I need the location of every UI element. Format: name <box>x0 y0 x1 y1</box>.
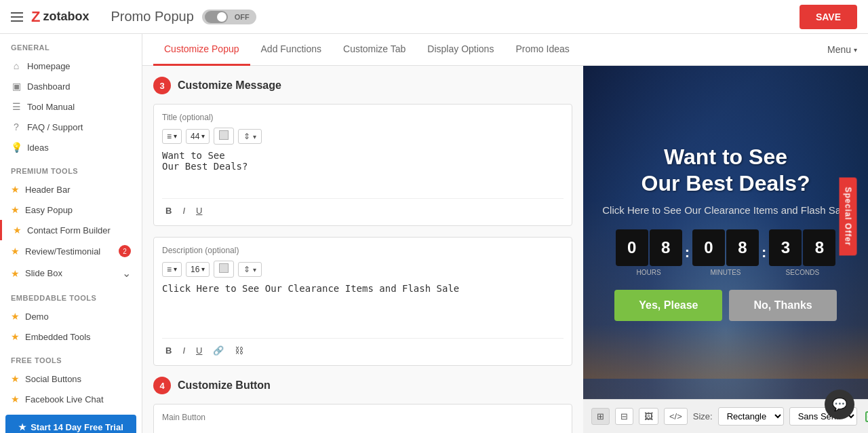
tab-display-options[interactable]: Display Options <box>416 34 505 66</box>
star-icon: ★ <box>18 422 26 432</box>
countdown-digit: 3 <box>769 229 802 266</box>
sidebar-item-label: Homepage <box>27 61 71 71</box>
hamburger-menu[interactable] <box>11 12 23 22</box>
split-panel: 3 Customize Message Title (optional) ≡ ▾… <box>142 66 868 433</box>
sidebar-item-label: Contact Form Builder <box>27 225 111 236</box>
toggle-track <box>205 11 228 23</box>
bold-button[interactable]: B <box>162 204 175 217</box>
toggle-thumb <box>217 12 226 22</box>
sidebar-free-label: FREE TOOLS <box>0 347 142 369</box>
star-icon: ★ <box>11 184 20 195</box>
title-font-color-btn[interactable] <box>214 128 234 145</box>
line-spacing-icon: ⇕ <box>243 265 250 274</box>
faq-icon: ? <box>11 121 22 132</box>
save-button[interactable]: SAVE <box>800 5 857 29</box>
sidebar-cta-area: ★ Start 14 Day Free Trial ★ See Pricing … <box>0 409 142 433</box>
title-format-row: B I U <box>162 198 564 217</box>
sidebar-item-label: Slide Box <box>25 268 62 278</box>
sidebar-item-label: Facebook Live Chat <box>25 394 104 404</box>
yes-please-button[interactable]: Yes, Please <box>614 290 722 321</box>
desc-font-color-btn[interactable] <box>214 261 234 278</box>
ideas-icon: 💡 <box>11 142 22 153</box>
code-view-button[interactable]: </> <box>664 408 688 425</box>
link-button[interactable]: 🔗 <box>210 344 227 357</box>
special-offer-tab[interactable]: Special Offer <box>839 177 856 255</box>
desc-line-spacing-btn[interactable]: ⇕ ▾ <box>238 262 261 277</box>
sidebar-item-easy-popup[interactable]: ★ Easy Popup <box>0 200 142 220</box>
italic-button[interactable]: I <box>179 344 189 357</box>
sidebar-item-label: Embedded Tools <box>25 332 91 342</box>
sidebar-item-embedded-tools[interactable]: ★ Embedded Tools <box>0 326 142 347</box>
section3-header: 3 Customize Message <box>153 77 572 94</box>
chevron-down-icon: ▾ <box>201 265 205 273</box>
tab-customize-popup[interactable]: Customize Popup <box>153 34 250 66</box>
chevron-down-icon: ▾ <box>201 132 205 140</box>
chevron-down-icon: ▾ <box>174 265 177 273</box>
chevron-down-icon: ▾ <box>253 133 256 140</box>
countdown-digit: 8 <box>650 229 682 266</box>
sidebar-item-demo[interactable]: ★ Demo <box>0 306 142 326</box>
unlink-button[interactable]: ⛓ <box>231 344 247 357</box>
logo-z-icon: Z <box>31 8 40 26</box>
sidebar-item-header-bar[interactable]: ★ Header Bar <box>0 179 142 200</box>
tab-customize-tab[interactable]: Customize Tab <box>332 34 416 66</box>
sidebar-item-label: Demo <box>25 312 49 322</box>
sidebar-item-label: Social Buttons <box>25 374 81 384</box>
desc-text-input[interactable]: Click Here to See Our Clearance Items an… <box>162 283 564 331</box>
sidebar-item-facebook-live[interactable]: ★ Facebook Live Chat <box>0 389 142 409</box>
title-size-select[interactable]: 44 ▾ <box>186 129 210 144</box>
tab-promo-ideas[interactable]: Promo Ideas <box>505 34 580 66</box>
tab-add-functions[interactable]: Add Functions <box>250 34 333 66</box>
sidebar-item-social-buttons[interactable]: ★ Social Buttons <box>0 369 142 389</box>
tab-menu[interactable]: Menu ▾ <box>827 44 857 55</box>
preview-image: Want to See Our Best Deals? Click Here t… <box>583 66 868 399</box>
no-thanks-button[interactable]: No, Thanks <box>729 290 836 321</box>
star-icon: ★ <box>13 225 22 236</box>
chat-bubble[interactable]: 💬 <box>825 390 854 419</box>
step-badge-3: 3 <box>153 77 171 94</box>
star-icon: ★ <box>11 246 20 257</box>
sidebar-item-dashboard[interactable]: ▣ Dashboard <box>0 76 142 96</box>
color-swatch <box>219 130 229 140</box>
step-badge-4: 4 <box>153 377 171 394</box>
auto-color-checkbox[interactable] <box>865 411 868 422</box>
topbar: Z zotabox Promo Popup OFF SAVE <box>0 0 868 34</box>
sidebar-item-faq[interactable]: ? FAQ / Support <box>0 117 142 137</box>
sidebar-item-label: FAQ / Support <box>27 122 83 132</box>
star-icon: ★ <box>11 331 20 342</box>
sidebar-item-contact-form[interactable]: ★ Contact Form Builder <box>0 220 142 240</box>
main-layout: GENERAL ⌂ Homepage ▣ Dashboard ☰ Tool Ma… <box>0 34 868 433</box>
desc-align-select[interactable]: ≡ ▾ <box>162 262 182 277</box>
line-spacing-icon: ⇕ <box>243 132 250 141</box>
sidebar-item-review[interactable]: ★ Review/Testimonial 2 <box>0 240 142 262</box>
sidebar-item-slide-box[interactable]: ★ Slide Box ⌄ <box>0 262 142 284</box>
sidebar-premium-label: PREMIUM TOOLS <box>0 157 142 179</box>
image-view-button[interactable]: 🖼 <box>639 408 658 425</box>
sidebar-item-tool-manual[interactable]: ☰ Tool Manual <box>0 96 142 117</box>
trial-button[interactable]: ★ Start 14 Day Free Trial <box>5 415 136 433</box>
star-icon: ★ <box>11 268 20 279</box>
grid-view-button[interactable]: ⊞ <box>591 408 610 425</box>
title-line-spacing-btn[interactable]: ⇕ ▾ <box>238 129 261 144</box>
color-swatch <box>219 263 229 273</box>
chat-icon: 💬 <box>832 397 847 412</box>
sidebar-item-label: Tool Manual <box>27 102 75 112</box>
title-align-select[interactable]: ≡ ▾ <box>162 129 182 144</box>
title-text-input[interactable]: Want to See Our Best Deals? <box>162 150 564 191</box>
section4-title: Customize Button <box>178 379 271 392</box>
review-badge: 2 <box>119 245 131 257</box>
size-select[interactable]: Rectangle <box>718 407 784 426</box>
title-toolbar: ≡ ▾ 44 ▾ ⇕ ▾ <box>162 128 564 145</box>
italic-button[interactable]: I <box>179 204 189 217</box>
preview-title: Want to See Our Best Deals? <box>602 144 849 196</box>
desc-size-select[interactable]: 16 ▾ <box>186 262 210 277</box>
sidebar-item-homepage[interactable]: ⌂ Homepage <box>0 56 142 76</box>
underline-button[interactable]: U <box>193 204 205 217</box>
sidebar-embeddable-label: EMBEDDABLE TOOLS <box>0 284 142 306</box>
bold-button[interactable]: B <box>162 344 175 357</box>
sidebar-item-ideas[interactable]: 💡 Ideas <box>0 137 142 157</box>
underline-button[interactable]: U <box>193 344 205 357</box>
toggle-switch[interactable]: OFF <box>202 10 256 24</box>
countdown-digit: 0 <box>616 229 648 266</box>
list-view-button[interactable]: ⊟ <box>615 408 633 425</box>
